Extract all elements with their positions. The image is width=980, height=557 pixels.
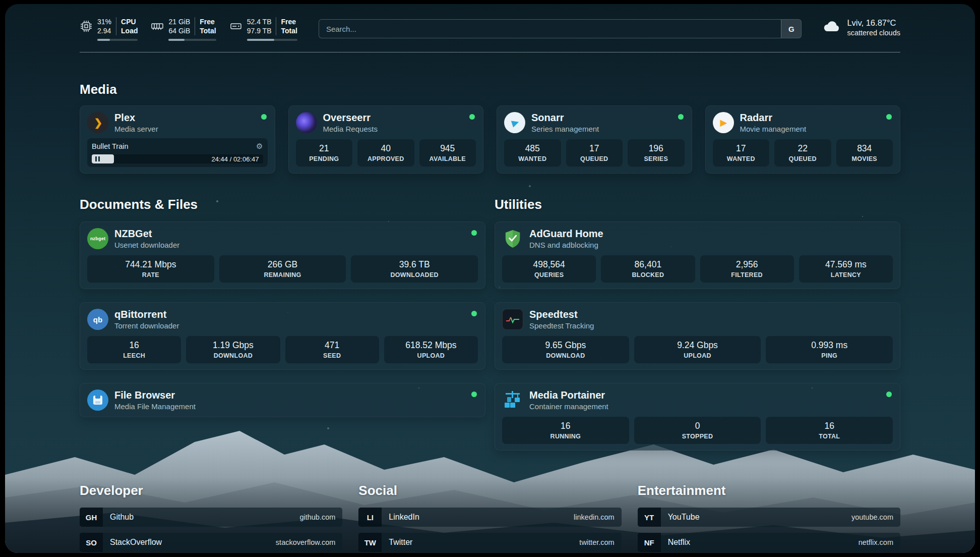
section-title-utilities: Utilities — [495, 197, 900, 212]
stat-ping: 0.993 ms PING — [766, 336, 893, 363]
app-subtitle-nzbget: Usenet downloader — [114, 241, 179, 249]
now-playing-title: Bullet Train — [92, 142, 129, 150]
app-card-plex[interactable]: ❯ Plex Media server Bullet Train ⚙ — [80, 105, 275, 174]
header-divider — [80, 52, 900, 52]
stat-rate: 744.21 Mbps RATE — [87, 255, 214, 283]
stat-stopped: 0 STOPPED — [634, 417, 761, 444]
portainer-icon — [502, 389, 523, 411]
speedtest-icon — [502, 309, 523, 330]
app-card-qbittorrent[interactable]: qb qBittorrent Torrent downloader 16 LEE… — [80, 302, 485, 370]
cpu-widget: 31% 2.94 CPU Load — [80, 17, 138, 41]
app-card-overseerr[interactable]: Overseerr Media Requests 21 PENDING 40 A… — [288, 105, 484, 174]
documents-column: Documents & Files nzbget NZBGet Usenet d… — [80, 197, 485, 451]
weather-condition: scattered clouds — [847, 29, 900, 37]
cpu-label-bottom: Load — [121, 26, 138, 35]
section-title-developer: Developer — [80, 483, 342, 498]
ram-label-bottom: Total — [200, 26, 216, 35]
cpu-label-top: CPU — [121, 17, 138, 26]
status-dot — [886, 392, 892, 397]
plex-now-playing: Bullet Train ⚙ 24:44 / 02:06:47 — [87, 138, 268, 167]
stat-downloaded: 39.6 TB DOWNLOADED — [351, 255, 478, 283]
filebrowser-icon — [87, 389, 108, 411]
stat-movies: 834 MOVIES — [836, 139, 893, 166]
stat-total: 16 TOTAL — [766, 417, 893, 444]
app-subtitle-qbittorrent: Torrent downloader — [114, 321, 179, 330]
cpu-usage-value: 31% — [97, 17, 111, 26]
gear-icon[interactable]: ⚙ — [256, 142, 263, 151]
section-title-media: Media — [80, 82, 900, 97]
stat-leech: 16 LEECH — [87, 336, 181, 363]
youtube-badge-icon: YT — [638, 508, 661, 527]
status-dot — [886, 114, 892, 120]
disk-icon — [229, 20, 242, 33]
stat-approved: 40 APPROVED — [357, 139, 414, 166]
stat-seed: 471 SEED — [285, 336, 379, 363]
status-dot — [471, 392, 477, 397]
pause-icon[interactable] — [95, 156, 100, 161]
app-card-filebrowser[interactable]: File Browser Media File Management — [80, 383, 485, 417]
app-card-nzbget[interactable]: nzbget NZBGet Usenet downloader 744.21 M… — [80, 221, 485, 289]
disk-label-bottom: Total — [281, 26, 297, 35]
search-input[interactable] — [319, 20, 781, 38]
link-youtube[interactable]: YT YouTube youtube.com — [638, 508, 900, 527]
app-name-adguard: AdGuard Home — [529, 228, 603, 240]
app-subtitle-plex: Media server — [114, 125, 158, 133]
app-subtitle-radarr: Movie management — [740, 125, 807, 133]
radarr-icon: ▶ — [713, 112, 734, 133]
screen: 31% 2.94 CPU Load — [0, 0, 980, 557]
snow-particles — [5, 4, 6, 5]
ram-label-top: Free — [200, 17, 216, 26]
stat-pending: 21 PENDING — [296, 139, 353, 166]
stat-remaining: 266 GB REMAINING — [219, 255, 346, 283]
adguard-icon — [502, 228, 523, 249]
developer-links: Developer GH Github github.com SO StackO… — [80, 483, 342, 553]
link-github[interactable]: GH Github github.com — [80, 508, 342, 527]
app-name-portainer: Media Portainer — [529, 389, 608, 401]
section-title-documents: Documents & Files — [80, 197, 485, 212]
ram-total-value: 64 GiB — [168, 26, 190, 35]
app-subtitle-adguard: DNS and adblocking — [529, 241, 603, 249]
stat-upload: 9.24 Gbps UPLOAD — [634, 336, 761, 363]
link-twitter[interactable]: TW Twitter twitter.com — [358, 533, 621, 552]
stat-wanted: 17 WANTED — [713, 139, 770, 166]
app-card-adguard[interactable]: AdGuard Home DNS and adblocking 498,564 … — [495, 221, 900, 289]
status-dot — [678, 114, 684, 120]
section-title-entertainment: Entertainment — [638, 483, 900, 498]
nzbget-icon: nzbget — [87, 228, 108, 249]
stat-filtered: 2,956 FILTERED — [700, 255, 794, 283]
playback-time: 24:44 / 02:06:47 — [212, 155, 259, 163]
app-name-overseerr: Overseerr — [323, 112, 378, 124]
overseerr-icon — [296, 112, 317, 133]
link-linkedin[interactable]: LI LinkedIn linkedin.com — [358, 508, 621, 527]
ram-progressbar — [168, 39, 216, 41]
cpu-progressbar — [97, 39, 138, 41]
playback-progressbar[interactable]: 24:44 / 02:06:47 — [92, 154, 263, 163]
app-card-speedtest[interactable]: Speedtest Speedtest Tracking 9.65 Gbps D… — [495, 302, 900, 370]
disk-label-top: Free — [281, 17, 297, 26]
app-card-portainer[interactable]: Media Portainer Container management 16 … — [495, 383, 900, 451]
system-stats: 31% 2.94 CPU Load — [80, 17, 297, 41]
status-dot — [471, 311, 477, 316]
app-subtitle-speedtest: Speedtest Tracking — [529, 321, 594, 330]
stat-blocked: 86,401 BLOCKED — [601, 255, 695, 283]
disk-free-value: 52.4 TB — [247, 17, 272, 26]
cloud-icon — [823, 21, 841, 35]
app-card-sonarr[interactable]: ▶ Sonarr Series management 485 WANTED — [497, 105, 692, 174]
plex-icon: ❯ — [87, 112, 108, 133]
qbittorrent-icon: qb — [87, 309, 108, 330]
utilities-column: Utilities Ad — [495, 197, 900, 451]
search-engine-button[interactable]: G — [781, 20, 801, 38]
link-stackoverflow[interactable]: SO StackOverflow stackoverflow.com — [80, 533, 342, 552]
stackoverflow-badge-icon: SO — [80, 533, 103, 552]
app-card-radarr[interactable]: ▶ Radarr Movie management 17 WANTED — [705, 105, 901, 174]
status-dot — [261, 114, 267, 120]
stat-queued: 22 QUEUED — [774, 139, 831, 166]
disk-progressbar — [247, 39, 297, 41]
github-badge-icon: GH — [80, 508, 103, 527]
status-dot — [469, 114, 475, 120]
ram-free-value: 21 GiB — [168, 17, 190, 26]
link-netflix[interactable]: NF Netflix netflix.com — [638, 533, 900, 552]
stat-available: 945 AVAILABLE — [419, 139, 476, 166]
app-subtitle-overseerr: Media Requests — [323, 125, 378, 133]
search-bar: G — [319, 19, 802, 38]
